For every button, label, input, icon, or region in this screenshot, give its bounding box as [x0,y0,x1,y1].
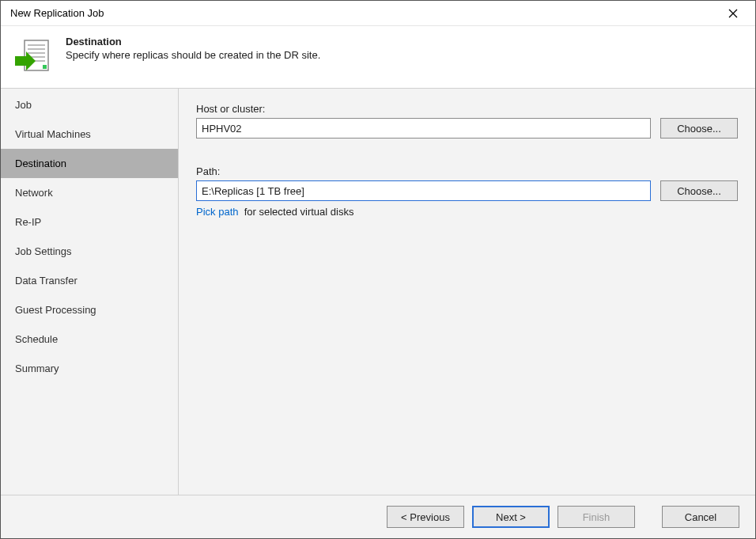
sidebar-item-label: Guest Processing [15,304,96,316]
sidebar-item-label: Schedule [15,333,58,345]
host-label: Host or cluster: [196,103,738,115]
sidebar-item-label: Destination [15,158,66,169]
sidebar-item-data-transfer[interactable]: Data Transfer [1,266,178,295]
wizard-sidebar: Job Virtual Machines Destination Network… [1,89,179,495]
titlebar: New Replication Job [1,1,755,26]
host-input[interactable] [196,118,651,139]
sidebar-item-job[interactable]: Job [1,90,178,120]
path-input[interactable] [196,180,651,201]
close-button[interactable] [717,2,749,25]
wizard-body: Job Virtual Machines Destination Network… [1,88,755,495]
sidebar-item-label: Job Settings [15,245,72,257]
pick-path-link[interactable]: Pick path [196,206,238,218]
svg-rect-8 [43,65,47,69]
path-label: Path: [196,165,738,177]
button-label: Choose... [677,185,721,197]
finish-button: Finish [558,506,635,528]
button-label: Next > [496,511,526,523]
window-title: New Replication Job [10,7,104,19]
sidebar-item-summary[interactable]: Summary [1,354,178,383]
header-text: Destination Specify where replicas shoul… [66,34,320,61]
wizard-content: Host or cluster: Choose... Path: Choose.… [179,89,755,495]
sidebar-item-re-ip[interactable]: Re-IP [1,207,178,237]
sidebar-item-network[interactable]: Network [1,178,178,207]
sidebar-item-destination[interactable]: Destination [1,149,178,178]
sidebar-item-label: Virtual Machines [15,128,91,140]
close-icon [728,9,738,18]
host-choose-button[interactable]: Choose... [660,118,738,139]
wizard-header: Destination Specify where replicas shoul… [1,26,755,88]
sidebar-item-guest-processing[interactable]: Guest Processing [1,295,178,325]
button-label: < Previous [401,511,450,523]
sidebar-item-label: Network [15,187,53,199]
sidebar-item-label: Data Transfer [15,275,77,287]
destination-icon [13,37,51,75]
page-title: Destination [66,36,320,47]
button-label: Choose... [677,123,721,135]
sidebar-item-label: Job [15,99,32,111]
pick-path-suffix: for selected virtual disks [244,206,354,218]
path-choose-button[interactable]: Choose... [660,180,738,201]
button-label: Cancel [685,511,716,523]
sidebar-item-label: Re-IP [15,216,41,228]
sidebar-item-virtual-machines[interactable]: Virtual Machines [1,120,178,149]
cancel-button[interactable]: Cancel [662,506,739,528]
previous-button[interactable]: < Previous [387,506,464,528]
sidebar-item-schedule[interactable]: Schedule [1,325,178,354]
sidebar-item-label: Summary [15,362,59,374]
wizard-footer: < Previous Next > Finish Cancel [1,495,755,538]
button-label: Finish [583,511,610,523]
sidebar-item-job-settings[interactable]: Job Settings [1,237,178,266]
page-description: Specify where replicas should be created… [66,49,320,61]
next-button[interactable]: Next > [472,506,550,528]
pick-path-row: Pick path for selected virtual disks [196,206,738,218]
wizard-window: New Replication Job Destination Specify … [0,0,756,539]
